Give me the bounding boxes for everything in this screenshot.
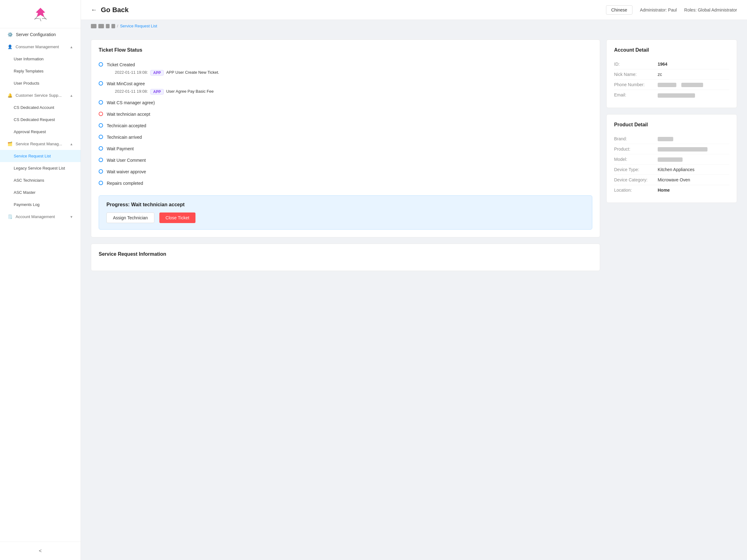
- account-detail-title: Account Detail: [614, 47, 729, 53]
- product-detail-row-location: Location: Home: [614, 185, 729, 195]
- sidebar: ⚙️ Server Configuration 👤 Consumer Manag…: [0, 0, 81, 560]
- file-icon: 🗂️: [7, 141, 12, 146]
- product-detail-row-model: Model:: [614, 154, 729, 165]
- flow-dot-3: [99, 112, 103, 116]
- flow-label-2: Wait CS manager agree): [107, 100, 155, 106]
- flow-item-wait-mincost: Wait MinCost agree 2022-01-11 19:08: APP…: [99, 78, 592, 97]
- product-detail-row-device-type: Device Type: Kitchen Appliances: [614, 165, 729, 175]
- ticket-flow-title: Ticket Flow Status: [99, 47, 592, 53]
- model-blur: [658, 157, 682, 162]
- product-detail-row-device-category: Device Category: Microwave Oven: [614, 175, 729, 185]
- breadcrumb: / Service Request List: [81, 20, 747, 32]
- sidebar-item-legacy-service-request-list[interactable]: Legacy Service Request List: [0, 162, 81, 174]
- flow-dot-1: [99, 81, 103, 85]
- server-icon: ⚙️: [7, 32, 13, 37]
- account-phone-value: [658, 82, 703, 87]
- flow-dot-8: [99, 169, 103, 174]
- product-detail-title: Product Detail: [614, 122, 729, 128]
- sidebar-item-approval-request[interactable]: Approval Request: [0, 126, 81, 138]
- product-blur: [658, 147, 707, 152]
- flow-time-1: 2022-01-11 19:08:: [115, 89, 148, 94]
- breadcrumb-current[interactable]: Service Request List: [120, 24, 157, 28]
- flow-detail-0: 2022-01-11 19:08: APP APP User Create Ne…: [107, 70, 219, 76]
- sidebar-item-service-request-list[interactable]: Service Request List: [0, 150, 81, 162]
- chevron-down-icon: ▲: [70, 45, 73, 49]
- account-nickname-value: zc: [658, 72, 662, 77]
- sidebar-label-legacy-service-request-list: Legacy Service Request List: [14, 166, 65, 170]
- back-button[interactable]: ←: [91, 6, 97, 14]
- flow-dot-7: [99, 158, 103, 162]
- account-detail-row-phone: Phone Number:: [614, 80, 729, 90]
- sidebar-item-consumer-management[interactable]: 👤 Consumer Management ▲: [0, 41, 81, 53]
- flow-label-8: Wait waiver approve: [107, 169, 146, 175]
- account-phone-label: Phone Number:: [614, 82, 658, 87]
- sidebar-label-service-request-management: Service Request Manag...: [16, 141, 62, 146]
- ticket-flow-card: Ticket Flow Status Ticket Created 2022-0…: [91, 39, 600, 237]
- account-detail-row-nickname: Nick Name: zc: [614, 70, 729, 80]
- sidebar-item-account-management[interactable]: 🗒️ Account Management ▼: [0, 211, 81, 223]
- chevron-down-icon-4: ▼: [70, 215, 73, 219]
- account-email-label: Email:: [614, 92, 658, 97]
- service-request-info-title: Service Request Information: [99, 251, 592, 257]
- sidebar-label-payments-log: Payments Log: [14, 202, 40, 207]
- sidebar-item-customer-service-support[interactable]: 🔔 Customer Service Supp... ▲: [0, 89, 81, 101]
- sidebar-item-service-request-management[interactable]: 🗂️ Service Request Manag... ▲: [0, 138, 81, 150]
- flow-label-3: Wait technician accept: [107, 111, 150, 117]
- breadcrumb-icon-1: [91, 24, 97, 28]
- assign-technician-button[interactable]: Assign Technician: [106, 212, 154, 223]
- content-grid: Ticket Flow Status Ticket Created 2022-0…: [91, 39, 737, 271]
- account-detail-row-id: ID: 1964: [614, 59, 729, 70]
- logo-area: [0, 0, 81, 28]
- sidebar-item-user-information[interactable]: User Information: [0, 53, 81, 65]
- account-detail-card: Account Detail ID: 1964 Nick Name: zc Ph…: [606, 39, 737, 108]
- progress-box: Progress: Wait technician accept Assign …: [99, 195, 592, 230]
- roles-info: Roles: Global Administrator: [684, 7, 737, 12]
- sidebar-item-cs-dedicated-account[interactable]: CS Dedicated Account: [0, 101, 81, 113]
- right-column: Account Detail ID: 1964 Nick Name: zc Ph…: [606, 39, 737, 271]
- ticket-flow-list: Ticket Created 2022-01-11 19:08: APP APP…: [99, 59, 592, 189]
- breadcrumb-icon-4: [111, 24, 115, 28]
- sidebar-item-user-products[interactable]: User Products: [0, 77, 81, 89]
- sidebar-item-payments-log[interactable]: Payments Log: [0, 198, 81, 211]
- product-device-category-label: Device Category:: [614, 177, 658, 182]
- flow-item-wait-waiver: Wait waiver approve: [99, 166, 592, 178]
- sidebar-collapse-button[interactable]: <: [0, 544, 81, 558]
- page-title: Go Back: [101, 6, 129, 14]
- phone-blur-2: [681, 83, 703, 87]
- flow-dot-4: [99, 123, 103, 128]
- sidebar-item-server-configuration[interactable]: ⚙️ Server Configuration: [0, 28, 81, 41]
- flow-item-wait-user-comment: Wait User Comment: [99, 155, 592, 166]
- main-content-area: ← Go Back Chinese Administrator: Paul Ro…: [81, 0, 747, 560]
- chevron-down-icon-2: ▲: [70, 94, 73, 97]
- bell-icon: 🔔: [7, 93, 12, 98]
- sidebar-label-server-configuration: Server Configuration: [16, 32, 56, 37]
- flow-item-wait-payment: Wait Payment: [99, 143, 592, 155]
- flow-item-technician-accepted: Technicain accepted: [99, 120, 592, 132]
- brand-blur: [658, 137, 673, 141]
- product-location-label: Location:: [614, 188, 658, 193]
- flow-time-0: 2022-01-11 19:08:: [115, 70, 148, 75]
- sidebar-item-asc-master[interactable]: ASC Master: [0, 186, 81, 198]
- flow-item-repairs-completed: Repairs completed: [99, 178, 592, 189]
- product-detail-row-product: Product:: [614, 144, 729, 154]
- left-column: Ticket Flow Status Ticket Created 2022-0…: [91, 39, 600, 271]
- sidebar-item-reply-templates[interactable]: Reply Templates: [0, 65, 81, 77]
- flow-badge-1: APP: [150, 89, 164, 95]
- account-id-label: ID:: [614, 61, 658, 66]
- flow-label-1: Wait MinCost agree: [107, 81, 213, 87]
- close-ticket-button[interactable]: Close Ticket: [159, 212, 196, 223]
- sidebar-item-asc-technicians[interactable]: ASC Technicians: [0, 174, 81, 186]
- sidebar-label-customer-service-support: Customer Service Supp...: [16, 93, 61, 98]
- sidebar-item-cs-dedicated-request[interactable]: CS Dedicated Request: [0, 113, 81, 126]
- sidebar-label-consumer-management: Consumer Management: [16, 45, 59, 49]
- flow-dot-6: [99, 146, 103, 151]
- chevron-down-icon-3: ▲: [70, 142, 73, 146]
- language-button[interactable]: Chinese: [606, 5, 633, 15]
- breadcrumb-icon-2: [98, 24, 104, 28]
- account-detail-row-email: Email:: [614, 90, 729, 100]
- product-model-label: Model:: [614, 157, 658, 162]
- progress-actions: Assign Technician Close Ticket: [106, 212, 585, 223]
- product-location-value: Home: [658, 188, 670, 193]
- header: ← Go Back Chinese Administrator: Paul Ro…: [81, 0, 747, 20]
- sidebar-label-asc-technicians: ASC Technicians: [14, 178, 44, 183]
